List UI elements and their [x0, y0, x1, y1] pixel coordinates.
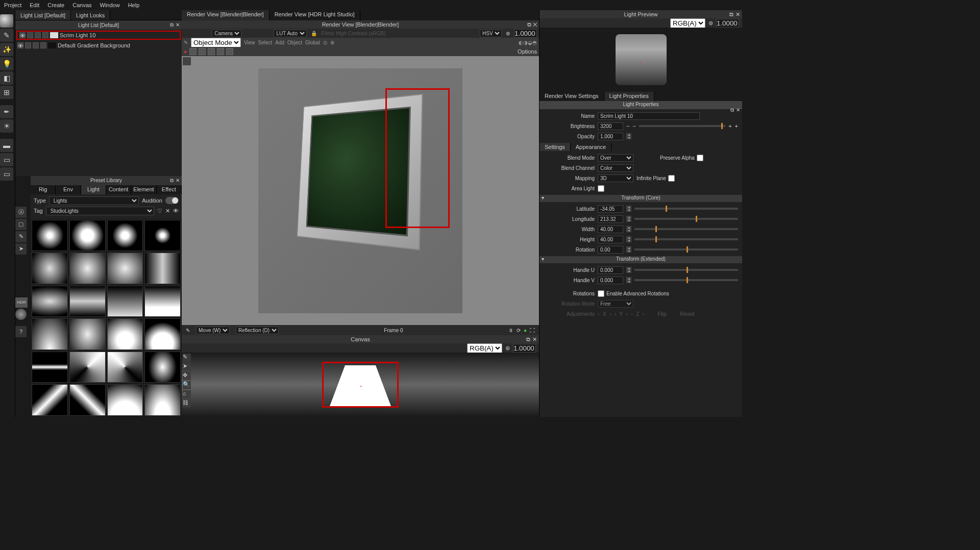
longitude-slider[interactable]	[634, 218, 738, 220]
preset-thumb[interactable]	[32, 286, 68, 317]
minus2-icon[interactable]: −	[632, 123, 635, 129]
lock-icon[interactable]: 🔒	[311, 31, 317, 36]
render-tab-hdr[interactable]: Render View [HDR Light Studio]	[270, 10, 360, 20]
snap-icon[interactable]: ⊙	[323, 40, 327, 45]
close-icon[interactable]: ✕	[532, 336, 537, 343]
height-slider[interactable]	[634, 238, 738, 240]
height-input[interactable]	[598, 236, 623, 243]
tool-brush-icon[interactable]: ✎	[0, 29, 13, 42]
preset-thumb[interactable]	[69, 352, 106, 383]
tool-cursor-icon[interactable]: ➤	[15, 243, 27, 255]
tab-light-looks[interactable]: Light Looks	[71, 10, 110, 20]
preset-thumb[interactable]	[32, 253, 68, 284]
visibility-icon[interactable]: 👁	[17, 42, 23, 48]
tool-sphere-icon[interactable]	[0, 14, 13, 28]
visibility-icon[interactable]: 👁	[19, 32, 26, 38]
tool-pattern-icon[interactable]: ⊞	[0, 86, 13, 99]
undock-icon[interactable]: ⧉	[170, 22, 174, 28]
tool-panel3-icon[interactable]: ▭	[0, 167, 13, 181]
down-icon[interactable]: ▾	[626, 219, 631, 222]
menu-window[interactable]: Window	[100, 2, 120, 8]
aperture-icon[interactable]: ⊚	[506, 31, 510, 36]
preset-thumb[interactable]	[32, 384, 68, 416]
width-slider[interactable]	[634, 228, 738, 230]
brightness-slider[interactable]	[639, 125, 725, 127]
longitude-input[interactable]	[598, 215, 623, 223]
brightness-input[interactable]	[598, 122, 623, 130]
down-icon[interactable]: ▾	[626, 249, 631, 253]
camera-select[interactable]: Camera	[212, 30, 241, 37]
tab-light-list[interactable]: Light List [Default]	[15, 10, 71, 20]
handle-u-slider[interactable]	[634, 269, 738, 271]
vp-btn[interactable]	[217, 48, 224, 55]
undock-icon[interactable]: ⧉	[730, 107, 734, 113]
edit-icon[interactable]: ✎	[184, 40, 188, 45]
rotation-input[interactable]	[598, 246, 623, 254]
tool-clear-icon[interactable]: ⓧ	[15, 207, 27, 218]
area-light-checkbox[interactable]	[598, 185, 604, 192]
lock-icon[interactable]	[35, 32, 41, 38]
pivot-icon[interactable]: ⊕	[330, 40, 334, 45]
settings-subtab[interactable]: Settings	[540, 143, 571, 151]
menu-select[interactable]: Select	[258, 40, 273, 45]
menu-object[interactable]: Object	[287, 40, 302, 45]
menu-canvas[interactable]: Canvas	[72, 2, 91, 8]
canvas-light-shape[interactable]: •	[330, 365, 391, 406]
menu-view[interactable]: View	[244, 40, 255, 45]
eye-icon[interactable]: 👁	[173, 208, 179, 214]
fav-icon[interactable]: ♡	[157, 208, 162, 214]
fullscreen-icon[interactable]: ⛶	[530, 328, 535, 333]
preset-tab-content[interactable]: Content	[106, 185, 131, 194]
blend-mode-select[interactable]: Over	[598, 154, 633, 162]
preset-thumb[interactable]	[69, 286, 106, 317]
preset-thumb[interactable]	[144, 384, 181, 416]
rotation-slider[interactable]	[634, 248, 738, 251]
render-tab-blender[interactable]: Render View [Blender|Blender]	[182, 10, 270, 20]
zoom-icon[interactable]: 🔍	[183, 381, 191, 389]
refresh-icon[interactable]: ⟳	[517, 328, 521, 333]
undock-icon[interactable]: ⧉	[729, 11, 733, 18]
handle-v-input[interactable]	[598, 277, 623, 284]
tool-wand-icon[interactable]: ✨	[0, 43, 13, 56]
rec-icon[interactable]: ●	[184, 48, 187, 55]
preset-thumb[interactable]	[107, 253, 143, 284]
solo-icon[interactable]	[25, 42, 31, 48]
hsv-select[interactable]: HSV	[480, 30, 502, 37]
light-row-scrim-10[interactable]: 👁 Scrim Light 10	[16, 31, 181, 40]
preset-thumb[interactable]	[144, 286, 181, 317]
tool-sun-icon[interactable]: ☀	[0, 119, 13, 133]
move-icon[interactable]: ✥	[183, 372, 191, 380]
lut-select[interactable]: LUT Auto	[274, 30, 307, 37]
tool-dir-icon[interactable]: ✎	[15, 231, 27, 242]
close-icon[interactable]: ✕	[533, 21, 537, 28]
preset-thumb[interactable]	[69, 220, 106, 252]
brush-icon[interactable]: ✎	[183, 354, 191, 362]
tool-panel2-icon[interactable]: ▭	[0, 153, 13, 166]
undock-icon[interactable]: ⧉	[526, 336, 530, 343]
audition-toggle[interactable]	[165, 197, 179, 204]
preset-thumb[interactable]	[144, 253, 181, 284]
cursor-icon[interactable]	[183, 57, 191, 65]
tab-render-settings[interactable]: Render View Settings	[540, 92, 604, 101]
menu-project[interactable]: Project	[4, 2, 21, 8]
tab-light-properties[interactable]: Light Properties	[604, 92, 654, 101]
close-icon[interactable]: ✕	[736, 11, 740, 18]
collapse-icon[interactable]: ▾	[542, 195, 544, 201]
vp-btn[interactable]	[208, 48, 215, 55]
tool-hdr-icon[interactable]: HDR	[15, 297, 28, 308]
preview-rgba-select[interactable]: RGB(A)	[670, 18, 705, 28]
handle-v-slider[interactable]	[634, 279, 738, 281]
preset-thumb[interactable]	[32, 318, 68, 350]
preserve-alpha-checkbox[interactable]	[697, 155, 703, 161]
reflection-select[interactable]: Reflection (D)	[236, 327, 279, 334]
enable-advanced-checkbox[interactable]	[598, 290, 604, 297]
exposure-value[interactable]	[514, 29, 537, 38]
menu-edit[interactable]: Edit	[30, 2, 39, 8]
menu-help[interactable]: Help	[128, 2, 140, 8]
tool-help-icon[interactable]: ?	[15, 326, 27, 337]
preset-thumb[interactable]	[69, 384, 106, 416]
preset-thumb[interactable]	[107, 318, 143, 350]
canvas-exposure[interactable]	[513, 344, 536, 353]
tool-rect-icon[interactable]: ▢	[15, 219, 27, 230]
x-icon[interactable]: ✕	[165, 208, 170, 214]
